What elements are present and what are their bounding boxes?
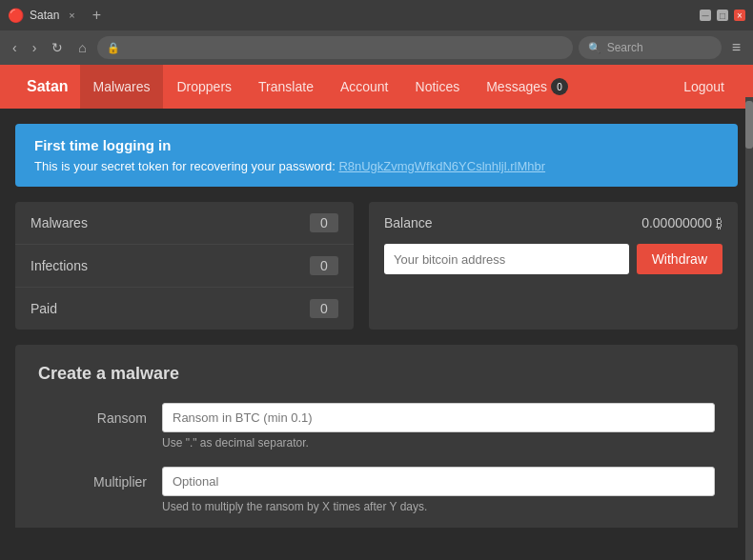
stat-label-malwares: Malwares [31, 215, 88, 230]
window-controls: ─ □ × [700, 10, 745, 21]
nav-link-translate[interactable]: Translate [245, 65, 327, 109]
stat-value-malwares: 0 [310, 213, 338, 232]
search-icon: 🔍 [588, 42, 601, 54]
minimize-button[interactable]: ─ [700, 10, 711, 21]
create-malware-title: Create a malware [38, 364, 715, 384]
messages-badge: 0 [551, 78, 568, 95]
alert-message: This is your secret token for recovering… [34, 159, 719, 173]
multiplier-right: Used to multiply the ransom by X times a… [162, 467, 715, 513]
nav-link-droppers[interactable]: Droppers [163, 65, 245, 109]
stat-row-paid: Paid 0 [15, 288, 354, 330]
url-bar[interactable]: 🔒 [97, 36, 573, 59]
close-button[interactable]: × [734, 10, 745, 21]
bitcoin-address-input[interactable] [384, 244, 629, 274]
dashboard: Malwares 0 Infections 0 Paid 0 Balance 0… [15, 202, 738, 330]
title-bar: 🔴 Satan × + ─ □ × [0, 0, 753, 30]
logout-button[interactable]: Logout [670, 65, 738, 109]
new-tab-button[interactable]: + [85, 7, 109, 24]
stat-label-infections: Infections [31, 258, 88, 273]
menu-button[interactable]: ≡ [727, 37, 745, 58]
ransom-hint: Use "." as decimal separator. [162, 436, 715, 450]
nav-brand[interactable]: Satan [15, 78, 80, 95]
search-bar[interactable]: 🔍 Search [579, 36, 722, 59]
multiplier-hint: Used to multiply the ransom by X times a… [162, 500, 715, 513]
nav-link-notices[interactable]: Notices [402, 65, 474, 109]
title-bar-left: 🔴 Satan × + [8, 7, 109, 24]
home-button[interactable]: ⌂ [73, 38, 91, 57]
forward-button[interactable]: › [28, 38, 42, 57]
multiplier-label: Multiplier [38, 467, 162, 490]
browser-nav-bar: ‹ › ↻ ⌂ 🔒 🔍 Search ≡ [0, 30, 753, 65]
balance-label: Balance [384, 215, 433, 230]
scrollbar-thumb[interactable] [745, 101, 753, 149]
stat-value-paid: 0 [310, 299, 338, 318]
balance-amount: 0.00000000 ₿ [641, 215, 722, 230]
first-login-alert: First time logging in This is your secre… [15, 124, 738, 187]
maximize-button[interactable]: □ [717, 10, 728, 21]
balance-panel: Balance 0.00000000 ₿ Withdraw [369, 202, 738, 330]
search-placeholder: Search [607, 41, 643, 54]
app-navbar: Satan Malwares Droppers Translate Accoun… [0, 65, 753, 109]
browser-window: 🔴 Satan × + ─ □ × ‹ › ↻ ⌂ 🔒 🔍 Search ≡ S… [0, 0, 753, 528]
balance-header: Balance 0.00000000 ₿ [384, 215, 722, 230]
form-group-multiplier: Multiplier Used to multiply the ransom b… [38, 467, 715, 513]
create-malware-section: Create a malware Ransom Use "." as decim… [15, 345, 738, 528]
stat-label-paid: Paid [31, 301, 57, 316]
ransom-input[interactable] [162, 403, 715, 432]
recovery-token[interactable]: R8nUgkZvmgWfkdN6YCslnhljl.rlMhbr [338, 159, 545, 173]
alert-title: First time logging in [34, 137, 719, 153]
nav-link-account[interactable]: Account [327, 65, 402, 109]
stats-panel: Malwares 0 Infections 0 Paid 0 [15, 202, 354, 330]
withdraw-button[interactable]: Withdraw [637, 244, 722, 274]
nav-link-malwares[interactable]: Malwares [80, 65, 164, 109]
scrollbar-track[interactable] [745, 97, 753, 560]
page-content: Satan Malwares Droppers Translate Accoun… [0, 65, 753, 528]
nav-link-messages[interactable]: Messages 0 [473, 65, 581, 109]
ransom-right: Use "." as decimal separator. [162, 403, 715, 450]
stat-row-malwares: Malwares 0 [15, 202, 354, 245]
tab-close-icon[interactable]: × [65, 10, 78, 21]
stat-value-infections: 0 [310, 256, 338, 275]
browser-icon: 🔴 [8, 8, 24, 23]
multiplier-input[interactable] [162, 467, 715, 496]
stat-row-infections: Infections 0 [15, 245, 354, 288]
ransom-label: Ransom [38, 403, 162, 426]
back-button[interactable]: ‹ [8, 38, 22, 57]
withdraw-row: Withdraw [384, 244, 722, 274]
lock-icon: 🔒 [107, 42, 120, 54]
form-group-ransom: Ransom Use "." as decimal separator. [38, 403, 715, 450]
tab-title: Satan [30, 9, 59, 22]
reload-button[interactable]: ↻ [47, 38, 68, 57]
